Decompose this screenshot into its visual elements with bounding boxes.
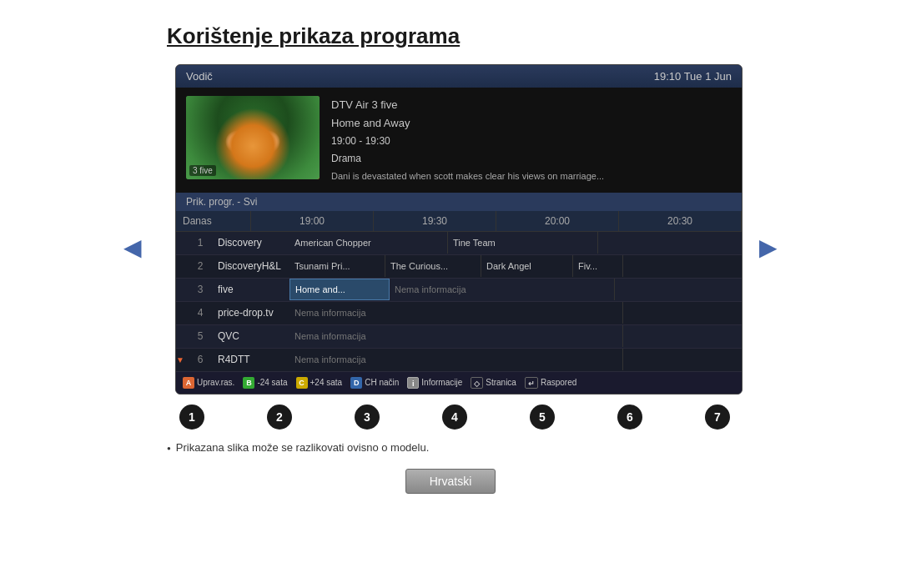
toolbar-key: A — [183, 377, 194, 389]
tv-guide: Vodič 19:10 Tue 1 Jun 3 five DTV Air 3 f… — [175, 64, 742, 395]
toolbar-item[interactable]: ↵Raspored — [525, 377, 576, 389]
channel-row[interactable]: 1DiscoveryAmerican ChopperTine Team — [176, 232, 742, 255]
channel-number: 2 — [188, 260, 213, 272]
timeline-col-2000: 20:00 — [496, 211, 619, 231]
toolbar-key: ◇ — [471, 377, 483, 389]
toolbar-key: ↵ — [525, 377, 538, 389]
preview-channel: DTV Air 3 five — [331, 96, 604, 114]
channel-row[interactable]: 5QVCNema informacija — [176, 325, 742, 349]
channel-list: 1DiscoveryAmerican ChopperTine Team2Disc… — [176, 232, 742, 372]
channel-number: 1 — [188, 237, 213, 249]
channel-name: R4DTT — [213, 354, 289, 365]
language-button[interactable]: Hrvatski — [405, 469, 496, 494]
toolbar-label: +24 sata — [310, 378, 343, 387]
program-block[interactable]: Nema informacija — [289, 349, 623, 370]
timeline-col-1930: 19:30 — [374, 211, 496, 231]
channel-number: 6 — [188, 354, 213, 365]
step-circle: 3 — [355, 405, 380, 430]
toolbar-label: Stranica — [486, 378, 516, 387]
toolbar-item[interactable]: AUprav.ras. — [183, 377, 234, 389]
channel-programs: Nema informacija — [289, 349, 742, 370]
toolbar-key: i — [407, 377, 419, 389]
channel-name: Discovery — [213, 237, 289, 249]
preview-time: 19:00 - 19:30 — [331, 133, 604, 149]
toolbar-key: B — [243, 377, 254, 389]
program-block[interactable]: Fiv... — [573, 255, 623, 277]
channel-row[interactable]: 2DiscoveryH&LTsunami Pri...The Curious..… — [176, 255, 742, 279]
step-circle: 2 — [267, 405, 292, 430]
timeline-col-2030: 20:30 — [619, 211, 742, 231]
step-circle: 7 — [705, 405, 730, 430]
channel-programs: Nema informacija — [289, 325, 742, 347]
program-block[interactable]: Tsunami Pri... — [289, 255, 385, 277]
preview-description: Dani is devastated when scott makes clea… — [331, 168, 604, 184]
nav-arrow-left[interactable]: ◀ — [123, 233, 142, 260]
toolbar-label: Informacije — [421, 378, 462, 387]
toolbar-item[interactable]: ◇Stranica — [471, 377, 516, 389]
channel-programs: Nema informacija — [289, 302, 742, 324]
channel-name: five — [213, 284, 289, 295]
tv-header: Vodič 19:10 Tue 1 Jun — [176, 65, 742, 88]
toolbar-label: Raspored — [541, 378, 576, 387]
preview-info: DTV Air 3 five Home and Away 19:00 - 19:… — [331, 96, 604, 184]
preview-thumbnail: 3 five — [186, 96, 320, 179]
toolbar-label: -24 sata — [257, 378, 287, 387]
preview-genre: Drama — [331, 150, 604, 167]
guide-datetime: 19:10 Tue 1 Jun — [654, 70, 732, 83]
channel-programs: Home and...Nema informacija — [289, 279, 742, 300]
page-title: Korištenje prikaza programa — [0, 0, 901, 64]
program-block[interactable]: American Chopper — [289, 232, 448, 254]
channel-number: 3 — [188, 284, 213, 295]
toolbar-item[interactable]: DCH način — [350, 377, 399, 389]
channel-name: QVC — [213, 330, 289, 342]
guide-label: Vodič — [186, 70, 213, 83]
timeline-col-1900: 19:00 — [251, 211, 374, 231]
program-block[interactable]: Nema informacija — [289, 302, 623, 324]
channel-programs: Tsunami Pri...The Curious...Dark AngelFi… — [289, 255, 742, 277]
thumbnail-label: 3 five — [189, 165, 216, 176]
toolbar-key: C — [296, 377, 308, 389]
channel-row[interactable]: 4price-drop.tvNema informacija — [176, 302, 742, 325]
step-circle: 1 — [179, 405, 204, 430]
step-circle: 5 — [530, 405, 555, 430]
channel-name: DiscoveryH&L — [213, 260, 289, 272]
tv-preview: 3 five DTV Air 3 five Home and Away 19:0… — [176, 88, 742, 193]
step-circle: 6 — [617, 405, 642, 430]
timeline-header: Danas 19:00 19:30 20:00 20:30 — [176, 211, 742, 232]
channel-row[interactable]: 3fiveHome and...Nema informacija — [176, 279, 742, 302]
step-circle: 4 — [442, 405, 467, 430]
program-block[interactable]: Nema informacija — [390, 279, 615, 300]
program-block[interactable]: Dark Angel — [481, 255, 573, 277]
channel-row[interactable]: ▼6R4DTTNema informacija — [176, 349, 742, 372]
timeline-col-today: Danas — [176, 211, 251, 231]
toolbar-item[interactable]: B-24 sata — [243, 377, 287, 389]
footnote: Prikazana slika može se razlikovati ovis… — [0, 441, 901, 454]
nav-arrow-right[interactable]: ▶ — [759, 233, 778, 260]
channel-name: price-drop.tv — [213, 307, 289, 319]
toolbar-label: Uprav.ras. — [197, 378, 234, 387]
preview-show: Home and Away — [331, 114, 604, 133]
numbered-circles: 1234567 — [0, 405, 901, 430]
filter-bar[interactable]: Prik. progr. - Svi — [176, 193, 742, 211]
program-block[interactable]: Nema informacija — [289, 325, 623, 347]
channel-number: 4 — [188, 307, 213, 319]
toolbar-label: CH način — [365, 378, 399, 387]
tv-toolbar: AUprav.ras.B-24 sataC+24 sataDCH načiniI… — [176, 372, 742, 394]
toolbar-item[interactable]: iInformacije — [407, 377, 462, 389]
toolbar-item[interactable]: C+24 sata — [296, 377, 343, 389]
channel-programs: American ChopperTine Team — [289, 232, 742, 254]
toolbar-key: D — [350, 377, 362, 389]
program-block[interactable]: Home and... — [289, 279, 390, 300]
channel-arrow: ▼ — [176, 355, 188, 364]
program-block[interactable]: The Curious... — [385, 255, 481, 277]
channel-number: 5 — [188, 330, 213, 342]
program-block[interactable]: Tine Team — [448, 232, 598, 254]
